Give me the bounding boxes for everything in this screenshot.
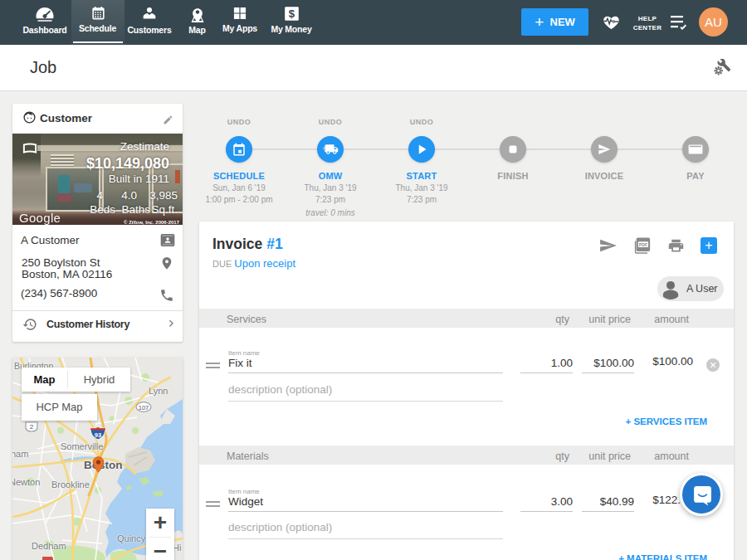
svg-text:2: 2 <box>30 423 34 431</box>
svg-text:PDF: PDF <box>639 242 647 247</box>
svg-text:107: 107 <box>139 404 149 411</box>
svg-text:$: $ <box>288 7 295 20</box>
svg-text:93: 93 <box>95 431 101 439</box>
